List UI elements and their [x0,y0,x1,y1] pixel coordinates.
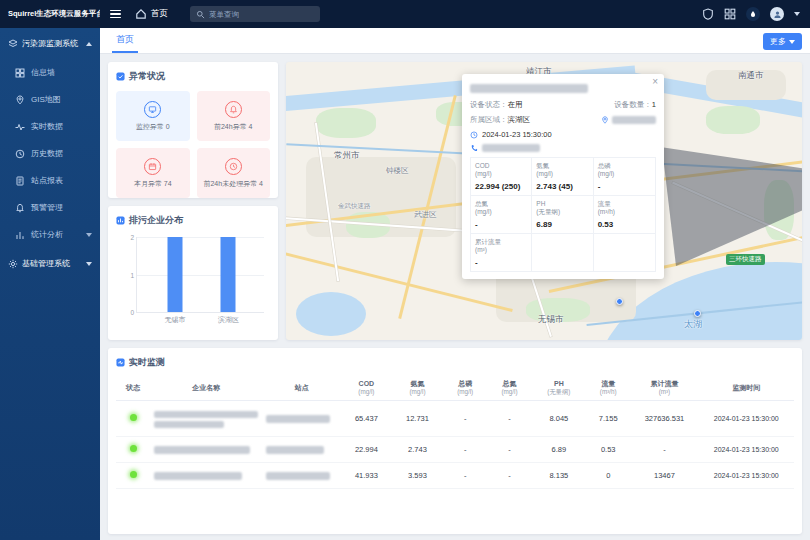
menu-search[interactable] [190,6,320,22]
bar-wuxi [168,237,183,312]
panel-title: 排污企业分布 [129,214,183,227]
nh3n-value: 12.731 [392,401,443,437]
station-marker[interactable] [616,298,623,305]
realtime-monitoring-panel: 实时监测 状态 企业名称 站点 COD(mg/l) 氨氮(mg/l) 总磷(mg… [108,348,802,534]
park-shape [706,106,760,134]
table-row[interactable]: 41.933 3.593 - - 8.135 0 13467 2024-01-2… [116,462,794,488]
tile-monitor-abnormal[interactable]: 监控异常 0 [116,91,190,141]
popup-pointer-shadow [662,134,802,266]
home-icon [135,8,147,20]
alert-badge-icon [116,72,125,81]
chart-badge-icon [116,216,125,225]
phone-icon [470,144,478,152]
chevron-down-icon[interactable] [794,12,800,16]
nh3n-value: 3.593 [392,462,443,488]
clock-icon [470,131,478,139]
sidebar-item-statistics[interactable]: 统计分析 [0,221,100,248]
status-dot [130,471,137,478]
avatar[interactable] [770,7,784,21]
device-status-value: 在用 [508,100,523,109]
sidebar-item-history-data[interactable]: 历史数据 [0,140,100,167]
apps-grid-icon[interactable] [724,8,736,20]
redacted-phone [482,144,540,152]
enterprise-name-cell [150,401,262,437]
menu-toggle-icon[interactable] [110,10,121,19]
sidebar-item-site-report[interactable]: 站点报表 [0,167,100,194]
sidebar-section-base-management[interactable]: 基础管理系统 [0,248,100,279]
total-flow-value: - [630,436,698,462]
y-tick: 2 [130,234,134,241]
table-row[interactable]: 65.437 12.731 - - 8.045 7.155 327636.531… [116,401,794,437]
calendar-icon [148,162,157,171]
tp-value: - [443,462,487,488]
enterprise-name-cell [150,436,262,462]
sidebar-item-warning-management[interactable]: 预警管理 [0,194,100,221]
col-time: 监测时间 [699,375,794,401]
gridline [137,275,264,276]
sidebar-item-gis-map[interactable]: GIS地图 [0,86,100,113]
tile-month-abnormal[interactable]: 本月异常 74 [116,148,190,198]
ph-value: 8.135 [532,462,587,488]
sidebar-item-label: 历史数据 [31,148,63,159]
breadcrumb-home[interactable]: 首页 [135,8,168,20]
site-cell [262,462,340,488]
total-flow-value: 327636.531 [630,401,698,437]
site-cell [262,436,340,462]
chevron-up-icon [86,42,92,46]
map-label-taihu: 太湖 [684,318,702,331]
table-row[interactable]: 22.994 2.743 - - 6.89 0.53 - 2024-01-23 … [116,436,794,462]
flow-value: 0.53 [586,436,630,462]
panel-title: 实时监测 [129,356,165,369]
monitor-badge-icon [116,358,125,367]
close-icon[interactable]: × [652,76,658,87]
tile-count: 4 [249,123,253,130]
sidebar-item-label: 实时数据 [31,121,63,132]
popup-row-time: 2024-01-23 15:30:00 [470,130,656,139]
gear-icon [8,259,18,269]
tile-count: 0 [166,123,170,130]
redacted-station-name [470,84,588,93]
col-tp: 总磷(mg/l) [443,375,487,401]
chevron-down-icon [86,262,92,266]
col-enterprise: 企业名称 [150,375,262,401]
tp-value: - [443,401,487,437]
nh3n-value: 2.743 [392,436,443,462]
monitor-time: 2024-01-23 15:30:00 [699,436,794,462]
tile-prev24h-abnormal[interactable]: 前24h异常 4 [197,91,271,141]
sidebar-section-pollution-monitoring[interactable]: 污染源监测系统 [0,28,100,59]
col-site: 站点 [262,375,340,401]
popup-time: 2024-01-23 15:30:00 [482,130,552,139]
site-cell [262,401,340,437]
sidebar-item-label: 站点报表 [31,175,63,186]
device-count-label: 设备数量： [614,100,652,109]
sidebar: 污染源监测系统 信息墙 GIS地图 实时数据 历史数据 站点报表 预警管理 统计… [0,28,100,540]
station-marker[interactable] [694,310,701,317]
panel-title-row: 实时监测 [116,356,794,369]
search-input[interactable] [209,10,314,19]
map-pin-icon [15,95,25,105]
tile-prev24h-unhandled[interactable]: 前24h未处理异常 4 [197,148,271,198]
more-button[interactable]: 更多 [763,33,802,50]
x-label: 滨湖区 [218,315,239,325]
metric-total-flow: 累计流量(m³) - [471,234,532,271]
map-label-nantong: 南通市 [738,70,764,82]
shield-icon[interactable] [702,8,714,20]
sidebar-section-label: 污染源监测系统 [22,38,78,49]
enterprise-distribution-panel: 排污企业分布 2 1 0 无锡市 滨湖区 [108,206,278,340]
bar-chart-icon [15,230,25,240]
y-tick: 1 [130,271,134,278]
tab-home[interactable]: 首页 [112,33,138,53]
ph-value: 6.89 [532,436,587,462]
chevron-down-icon [789,40,795,44]
map-label-zhonglou: 钟楼区 [386,166,409,176]
col-tn: 总氮(mg/l) [487,375,531,401]
gis-map[interactable]: 靖江市 南通市 常州市 钟楼区 武进区 金武快速路 无锡市 太湖 三环快速路 ×… [286,62,802,340]
pulse-icon [15,122,25,132]
sidebar-item-info-wall[interactable]: 信息墙 [0,59,100,86]
sidebar-item-realtime-data[interactable]: 实时数据 [0,113,100,140]
water-drop-icon[interactable] [746,7,760,21]
col-cod: COD(mg/l) [341,375,392,401]
park-shape [316,108,376,138]
app-logo: Squirrel生态环境云服务平台 [0,9,100,19]
metric-tn: 总氮(mg/l) - [471,196,532,234]
